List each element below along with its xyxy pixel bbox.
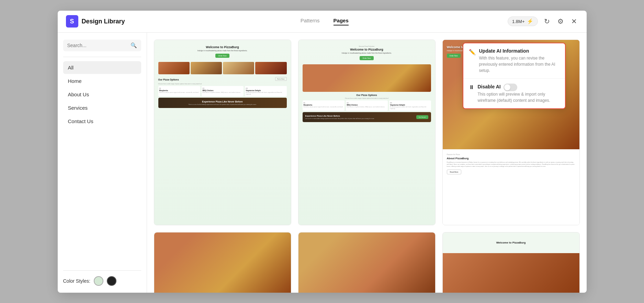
design-library-modal: S Design Library Patterns Pages 1.8M+ ⚡ …: [58, 11, 587, 293]
preview-section-title-1: Our Pizza Options: [158, 78, 179, 81]
preview-option-1a: 01 Margherita Delicious classic pizza to…: [158, 86, 200, 96]
template-card-2[interactable]: Discover Pizza Perfection Welcome to Piz…: [298, 40, 436, 225]
opt-desc-1b: Bold flavors of grilled chicken, BBQ sau…: [203, 91, 242, 93]
sidebar-divider: [63, 57, 141, 57]
template-preview-5: [298, 232, 435, 293]
modal-title: Design Library: [82, 18, 125, 25]
tab-pages[interactable]: Pages: [334, 18, 349, 25]
refresh-button[interactable]: ↻: [543, 16, 551, 27]
update-ai-content: Update AI Information With this feature,…: [479, 48, 560, 74]
disable-ai-title: Disable AI: [478, 84, 501, 89]
template-preview-4: [154, 232, 291, 293]
sidebar-item-home[interactable]: Home: [63, 75, 141, 87]
color-styles-label: Color Styles:: [63, 278, 90, 284]
settings-button[interactable]: ⚙: [556, 16, 565, 27]
template-preview-6-bottom: [443, 253, 579, 293]
preview-option-2a: 01 Margherita Delicious classic pizza to…: [303, 100, 344, 111]
badge-count: 1.8M+: [512, 19, 525, 24]
preview-btn-1: Order Now: [215, 54, 229, 58]
preview-dark-1: Experience Pizza Like Never Before This …: [158, 98, 287, 108]
template-card-4[interactable]: [154, 232, 291, 293]
modal-logo: S Design Library: [66, 15, 142, 28]
sidebar: 🔍 All Home About Us Services Contact Us …: [58, 33, 147, 293]
read-more-3: Read More: [447, 170, 462, 174]
preview-img-1a: [158, 62, 190, 74]
preview-img-1c: [223, 62, 254, 74]
template-title-6: Welcome to PizzaBurg: [496, 241, 526, 244]
find-store-btn-1: Find a Store: [275, 77, 287, 81]
preview-option-2c: 03 Vegetarian Delight A satisfying pizza…: [389, 100, 431, 111]
preview-option-1c: 03 Vegetarian Delight A satisfying pizza…: [245, 86, 287, 96]
search-container: 🔍: [63, 40, 141, 51]
experience-section-2: Experience Pizza Like Never Before Join …: [303, 112, 431, 122]
sidebar-nav: All Home About Us Services Contact Us: [63, 61, 141, 270]
preview-subtitle-2: Indulge in mouthwatering pizzas made fro…: [303, 52, 431, 54]
disable-ai-item[interactable]: ⏸ Disable AI This option will preview & …: [463, 78, 565, 108]
preview-header-1: Welcome to PizzaBurg Indulge in mouthwat…: [158, 45, 287, 59]
version-badge[interactable]: 1.8M+ ⚡: [508, 17, 538, 26]
preview-section-sub-1: Choose from a wide range of pizza option…: [158, 83, 287, 85]
search-input[interactable]: [67, 43, 128, 48]
main-content: Welcome to PizzaBurg Indulge in mouthwat…: [147, 33, 587, 293]
preview-options-2: 01 Margherita Delicious classic pizza to…: [303, 100, 431, 111]
template-card-6[interactable]: Welcome to PizzaBurg: [442, 232, 580, 293]
opt-desc-1a: Delicious classic pizza topped with toma…: [159, 91, 199, 93]
template-card-5[interactable]: [298, 232, 436, 293]
update-ai-desc: With this feature, you can revise the pr…: [479, 55, 560, 74]
preview-btn-2: Order Now: [360, 56, 373, 60]
about-title-3: About PizzaBurg: [447, 157, 575, 160]
disable-ai-desc: This option will preview & import only w…: [478, 91, 560, 104]
header-actions: 1.8M+ ⚡ ↻ ⚙ ✕: [508, 16, 578, 27]
sidebar-item-contact[interactable]: Contact Us: [63, 115, 141, 128]
logo-icon: S: [66, 15, 78, 28]
modal-overlay: S Design Library Patterns Pages 1.8M+ ⚡ …: [0, 0, 644, 303]
preview-img-1b: [191, 62, 222, 74]
preview-section-title-2: Our Pizza Options: [303, 94, 431, 96]
preview-subtitle-1: Indulge in mouthwatering pizzas made fro…: [158, 50, 287, 52]
about-text-3: PizzaBurg is a renowned pizzeria in Dhak…: [447, 161, 575, 167]
preview-option-1b: 02 BBQ Chicken Bold flavors of grilled c…: [202, 86, 244, 96]
preview-images-1: [158, 62, 287, 74]
preview-img-2-large: [303, 64, 431, 92]
preview-dark-title-1: Experience Pizza Like Never Before: [161, 100, 284, 103]
preview-dark-sub-1: This is a one-of-a-kind dining experienc…: [161, 104, 284, 105]
update-ai-icon: ✏️: [469, 49, 476, 55]
disable-ai-icon: ⏸: [469, 84, 474, 90]
template-preview-2: Discover Pizza Perfection Welcome to Piz…: [298, 40, 435, 225]
color-circle-light[interactable]: [94, 276, 103, 286]
template-card-1[interactable]: Welcome to PizzaBurg Indulge in mouthwat…: [154, 40, 291, 225]
color-circle-dark[interactable]: [107, 276, 116, 286]
disable-ai-toggle-row: Disable AI: [478, 84, 560, 91]
tab-patterns[interactable]: Patterns: [301, 18, 320, 25]
preview-title-1: Welcome to PizzaBurg: [158, 45, 287, 49]
discover-tag-2: Discover Pizza Perfection: [303, 45, 431, 47]
template-preview-6-top: Welcome to PizzaBurg: [443, 232, 579, 253]
passion-tag-3: Passion for Pizza: [447, 153, 575, 155]
sidebar-item-all[interactable]: All: [63, 61, 141, 74]
preview-options-1: 01 Margherita Delicious classic pizza to…: [158, 86, 287, 96]
modal-body: 🔍 All Home About Us Services Contact Us …: [58, 33, 587, 293]
sidebar-item-services[interactable]: Services: [63, 101, 141, 114]
preview-img-1d: [255, 62, 286, 74]
modal-header: S Design Library Patterns Pages 1.8M+ ⚡ …: [58, 11, 587, 33]
update-ai-item[interactable]: ✏️ Update AI Information With this featu…: [463, 43, 565, 78]
preview-header-2: Discover Pizza Perfection Welcome to Piz…: [303, 45, 431, 62]
about-section-3: Passion for Pizza About PizzaBurg PizzaB…: [443, 149, 579, 225]
preview-title-2: Welcome to PizzaBurg: [303, 48, 431, 51]
ai-popup: ✏️ Update AI Information With this featu…: [463, 43, 566, 109]
search-icon: 🔍: [131, 42, 137, 48]
template-preview-1: Welcome to PizzaBurg Indulge in mouthwat…: [154, 40, 291, 225]
preview-btn-3: Order Now: [447, 54, 461, 58]
update-ai-title: Update AI Information: [479, 48, 560, 54]
close-button[interactable]: ✕: [570, 16, 578, 27]
lightning-icon: ⚡: [527, 18, 533, 24]
experience-sub-2: Join us for a memorable dining experienc…: [305, 118, 375, 119]
sidebar-item-about[interactable]: About Us: [63, 88, 141, 101]
sidebar-footer: Color Styles:: [63, 270, 141, 286]
disable-ai-toggle[interactable]: [504, 84, 517, 91]
preview-section-sub-2: Choose from a wide range of pizza option…: [303, 97, 431, 99]
template-card-3[interactable]: Welcome to PizzaBurg Indulge in mouthwat…: [442, 40, 580, 225]
experience-title-2: Experience Pizza Like Never Before: [305, 115, 375, 117]
get-started-btn-2: Get Started: [416, 115, 428, 119]
disable-ai-content: Disable AI This option will preview & im…: [478, 84, 560, 104]
